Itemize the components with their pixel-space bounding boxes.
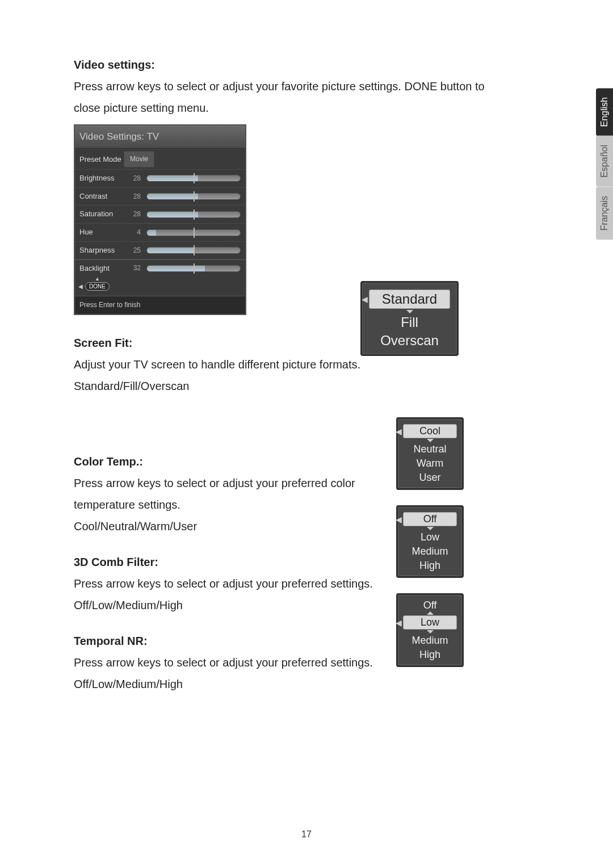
comb-filter-body-1: Press arrow keys to select or adjust you… [74, 573, 539, 594]
chevron-left-icon: ◀ [362, 295, 368, 304]
contrast-value: 28 [124, 190, 141, 203]
preset-mode-value[interactable]: Movie [124, 151, 154, 167]
chevron-up-icon: ▲ [95, 274, 100, 284]
panel-footer: Press Enter to finish [75, 296, 245, 314]
comb-option-off[interactable]: ◀ Off [403, 512, 457, 526]
chevron-left-icon: ◀ [78, 281, 83, 292]
preset-mode-row[interactable]: Preset Mode Movie [75, 149, 245, 169]
brightness-label: Brightness [79, 171, 124, 186]
temporal-option-low[interactable]: ◀ Low [403, 615, 457, 630]
screen-fit-body-1: Adjust your TV screen to handle differen… [74, 354, 539, 375]
hue-row[interactable]: Hue 4 [75, 223, 245, 241]
hue-value: 4 [124, 226, 141, 239]
color-temp-body-2: temperature settings. [74, 494, 539, 515]
color-temp-heading: Color Temp.: [74, 451, 539, 472]
color-temp-option-cool[interactable]: ◀ Cool [403, 424, 457, 438]
section-screen-fit: Screen Fit: Adjust your TV screen to han… [74, 332, 539, 397]
comb-filter-menu: ◀ Off Low Medium High [396, 505, 464, 578]
lang-tab-english[interactable]: English [596, 88, 613, 136]
saturation-label: Saturation [79, 207, 124, 221]
color-temp-body-1: Press arrow keys to select or adjust you… [74, 472, 539, 494]
language-tabs: English Español Français [596, 88, 613, 240]
section-comb-filter: 3D Comb Filter: Press arrow keys to sele… [74, 551, 539, 616]
screen-fit-option-fill[interactable]: Fill [366, 313, 454, 332]
done-row: ◀ ▲ DONE [75, 277, 245, 296]
chevron-left-icon: ◀ [396, 618, 402, 627]
video-settings-body-2: close picture setting menu. [74, 97, 539, 119]
section-video-settings: Video settings: Press arrow keys to sele… [74, 54, 539, 315]
temporal-nr-menu: Off ◀ Low Medium High [396, 593, 464, 667]
temporal-nr-body-2: Off/Low/Medium/High [74, 673, 539, 695]
video-settings-heading: Video settings: [74, 54, 539, 76]
lang-tab-espanol[interactable]: Español [596, 136, 613, 187]
backlight-row[interactable]: Backlight 32 [75, 259, 245, 278]
hue-label: Hue [79, 225, 124, 240]
color-temp-option-warm[interactable]: Warm [400, 456, 460, 471]
temporal-nr-body-1: Press arrow keys to select or adjust you… [74, 652, 539, 673]
screen-fit-selected-label: Standard [382, 291, 437, 307]
sharpness-value: 25 [124, 244, 141, 257]
video-settings-panel-title: Video Settings: TV [75, 125, 245, 149]
comb-filter-body-2: Off/Low/Medium/High [74, 594, 539, 616]
saturation-slider[interactable] [146, 211, 241, 218]
sharpness-label: Sharpness [79, 244, 124, 258]
screen-fit-heading: Screen Fit: [74, 332, 539, 354]
temporal-option-high[interactable]: High [400, 648, 460, 662]
color-temp-menu: ◀ Cool Neutral Warm User [396, 417, 464, 490]
preset-mode-label: Preset Mode [79, 155, 124, 164]
brightness-row[interactable]: Brightness 28 [75, 169, 245, 187]
color-temp-option-user[interactable]: User [400, 471, 460, 485]
screen-fit-body-2: Standard/Fill/Overscan [74, 375, 539, 397]
page-content: Video settings: Press arrow keys to sele… [0, 0, 613, 695]
brightness-slider[interactable] [146, 175, 241, 182]
saturation-value: 28 [124, 208, 141, 221]
screen-fit-option-overscan[interactable]: Overscan [366, 332, 454, 350]
color-temp-option-neutral[interactable]: Neutral [400, 442, 460, 456]
backlight-label: Backlight [79, 262, 124, 276]
screen-fit-menu: ◀ Standard Fill Overscan [360, 281, 459, 356]
comb-option-low[interactable]: Low [400, 530, 460, 544]
temporal-nr-heading: Temporal NR: [74, 630, 539, 652]
saturation-row[interactable]: Saturation 28 [75, 205, 245, 223]
comb-selected-label: Off [423, 513, 437, 525]
temporal-option-medium[interactable]: Medium [400, 634, 460, 648]
page-number: 17 [0, 829, 613, 840]
lang-tab-francais[interactable]: Français [596, 187, 613, 240]
section-temporal-nr: Temporal NR: Press arrow keys to select … [74, 630, 539, 695]
comb-option-high[interactable]: High [400, 559, 460, 573]
contrast-label: Contrast [79, 190, 124, 204]
chevron-left-icon: ◀ [396, 427, 402, 436]
backlight-value: 32 [124, 262, 141, 275]
chevron-up-icon [427, 611, 434, 615]
sharpness-slider[interactable] [146, 247, 241, 254]
video-settings-body-1: Press arrow keys to select or adjust you… [74, 76, 539, 97]
temporal-option-off[interactable]: Off [400, 598, 460, 611]
color-temp-selected-label: Cool [419, 425, 440, 437]
hue-slider[interactable] [146, 229, 241, 236]
contrast-row[interactable]: Contrast 28 [75, 187, 245, 206]
screen-fit-option-standard[interactable]: ◀ Standard [369, 290, 450, 309]
comb-option-medium[interactable]: Medium [400, 544, 460, 559]
brightness-value: 28 [124, 172, 141, 185]
contrast-slider[interactable] [146, 193, 241, 200]
video-settings-panel: Video Settings: TV Preset Mode Movie Bri… [74, 124, 246, 315]
section-color-temp: Color Temp.: Press arrow keys to select … [74, 451, 539, 537]
chevron-left-icon: ◀ [396, 515, 402, 524]
comb-filter-heading: 3D Comb Filter: [74, 551, 539, 573]
temporal-selected-label: Low [421, 617, 439, 628]
sharpness-row[interactable]: Sharpness 25 [75, 241, 245, 259]
backlight-slider[interactable] [146, 265, 241, 272]
color-temp-body-3: Cool/Neutral/Warm/User [74, 515, 539, 537]
